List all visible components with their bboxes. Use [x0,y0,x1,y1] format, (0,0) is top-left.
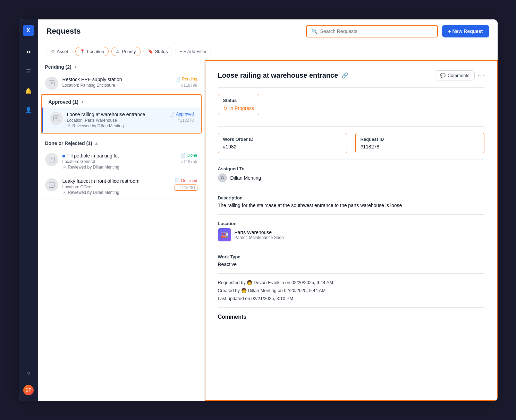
detail-title-row: Loose railing at warehouse entrance 🔗 💬 … [218,70,484,80]
group-approved: Approved (1) ▲ Loose railing at warehous… [41,94,202,134]
assigned-field: Assigned To Dillan Menting [218,166,484,182]
add-filter-button[interactable]: + + Add Filter [175,47,211,56]
filter-bar: ⚙ Asset 📍 Location ⚠ Priority 🔖 Status +… [38,43,498,60]
item-id: #118755 [181,159,197,164]
svg-point-2 [68,125,70,126]
item-id: #118798 [175,83,197,88]
header: Requests 🔍 + New Request [38,19,498,43]
page-title: Requests [46,27,81,36]
request-id-field: Request ID #118278 [355,133,484,153]
asset-icon: ⚙ [51,49,55,54]
list-item[interactable]: Loose railing at warehouse entrance Loca… [42,108,201,133]
item-location: Location: Painting Enclosure [62,83,171,88]
refresh-icon: ↻ [223,105,227,111]
group-label-done: Done or Rejected (1) [45,140,92,146]
group-header-done[interactable]: Done or Rejected (1) ▲ [38,136,204,149]
detail-title: Loose railing at warehouse entrance [218,71,338,79]
filter-status[interactable]: 🔖 Status [143,47,172,56]
work-order-field: Work Order ID #1982 [218,133,347,153]
comments-button[interactable]: 💬 Comments [435,70,475,80]
description-label: Description [218,195,484,200]
chevron-up-icon: ▲ [81,100,85,104]
item-location: Location: General [62,159,177,164]
sidebar-item-inbox[interactable]: ☰ [22,65,35,78]
item-id: #118281 [175,185,197,191]
created-by: Created by 🧑 Dillan Menting on 02/20/202… [218,288,484,293]
work-type-label: Work Type [218,254,484,259]
more-options-button[interactable]: ⋯ [477,71,484,79]
item-title: Leaky faucet in front office restroom [62,178,170,184]
link-icon[interactable]: 🔗 [341,72,348,79]
chevron-up-icon: ▲ [94,141,99,146]
list-item[interactable]: Restock PPE supply station Location: Pai… [38,72,204,94]
comments-title: Comments [218,314,484,320]
last-updated: Last updated on 02/21/2025, 3:10 PM [218,296,484,301]
assigned-avatar [218,173,227,182]
work-order-value: #1982 [223,144,342,149]
status-icon: 🔖 [148,49,153,54]
location-field: Location 🏭 Parts Warehouse Parent: Maint… [218,221,484,241]
sidebar: X ≫ ☰ 🔔 👤 ? DF [19,19,38,401]
item-title: Restock PPE supply station [62,77,171,82]
detail-panel: Loose railing at warehouse entrance 🔗 💬 … [205,60,498,401]
status-badge: 📄 Declined [175,178,197,183]
svg-rect-1 [53,115,59,121]
item-title: Fill pothole in parking lot [62,153,177,158]
list-item[interactable]: Leaky faucet in front office restroom Lo… [38,174,204,199]
search-input[interactable] [320,28,432,34]
group-pending: Pending (2) ▲ Restock PPE supply station… [38,60,204,94]
work-type-field: Work Type Reactive [218,254,484,267]
work-type-value: Reactive [218,262,484,267]
item-reviewer: Reviewed by Dillan Menting [62,165,177,170]
work-order-label: Work Order ID [223,137,342,142]
document-icon: 📄 [175,77,180,82]
svg-rect-0 [49,80,54,86]
svg-rect-3 [49,157,54,162]
svg-rect-5 [49,182,54,187]
comment-icon: 💬 [440,73,446,78]
request-list: Pending (2) ▲ Restock PPE supply station… [38,60,205,401]
help-icon[interactable]: ? [22,368,35,381]
group-label-pending: Pending (2) [45,64,71,70]
item-location: Location: Office [62,185,170,189]
svg-point-6 [64,191,65,192]
add-icon: + [179,49,182,54]
search-icon: 🔍 [312,28,318,34]
filter-asset[interactable]: ⚙ Asset [46,47,73,56]
sidebar-item-users[interactable]: 👤 [22,104,35,117]
avatar [45,77,58,90]
item-reviewer: Reviewed by Dillan Menting [67,123,166,128]
description-field: Description The railing for the staircas… [218,195,484,208]
avatar[interactable]: DF [23,385,34,395]
location-label: Location [218,221,484,226]
assigned-label: Assigned To [218,166,484,171]
location-name: Parts Warehouse [235,230,284,235]
assigned-value: Dillan Menting [230,175,261,181]
document-icon: 📄 [181,153,186,158]
avatar [45,153,58,166]
group-header-pending[interactable]: Pending (2) ▲ [38,60,204,72]
new-request-button[interactable]: + New Request [442,25,489,37]
location-parent: Parent: Maintenance Shop [235,235,284,240]
search-box[interactable]: 🔍 [306,25,438,37]
sidebar-item-expand[interactable]: ≫ [22,46,35,58]
item-reviewer: Reviewed by Dillan Menting [62,190,170,195]
priority-icon: ⚠ [116,49,120,54]
list-item[interactable]: Fill pothole in parking lot Location: Ge… [38,149,204,174]
document-icon: 📄 [169,112,175,117]
group-header-approved[interactable]: Approved (1) ▲ [42,95,201,108]
status-badge: 📄 Done [181,153,197,158]
location-icon: 📍 [80,49,85,54]
status-badge: 📄 Pending [175,77,197,82]
sidebar-item-notifications[interactable]: 🔔 [22,85,35,97]
request-id-value: #118278 [361,144,479,149]
request-id-label: Request ID [361,137,479,142]
requested-by: Requested by 🧑 Devon Franklin on 02/20/2… [218,280,484,285]
status-badge: 📄 Approved [169,112,194,117]
status-value: ↻ In Progress [223,105,254,111]
svg-point-4 [64,166,65,167]
filter-priority[interactable]: ⚠ Priority [111,47,140,56]
group-done-rejected: Done or Rejected (1) ▲ Fill pothole in p… [38,136,204,199]
filter-location[interactable]: 📍 Location [75,47,109,56]
ids-row: Work Order ID #1982 Request ID #118278 [218,133,484,153]
